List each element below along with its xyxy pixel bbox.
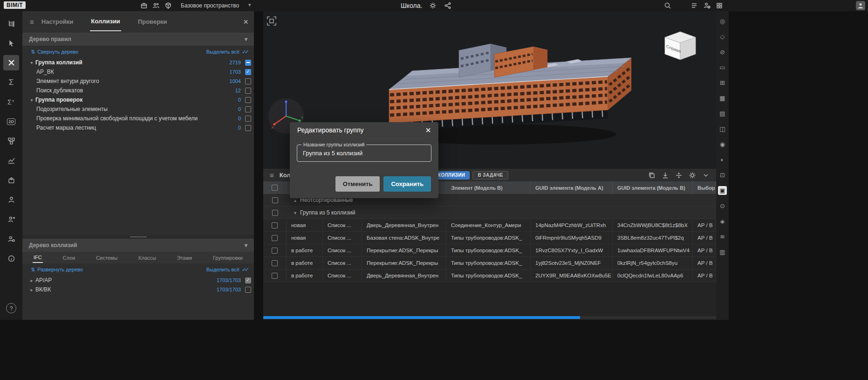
cancel-button[interactable]: Отменить	[335, 176, 380, 192]
sum-add-icon[interactable]: Σ⁺	[3, 94, 19, 110]
select-all-link[interactable]: Выделить всё ✓✓	[206, 48, 249, 55]
spaces-icon[interactable]	[164, 2, 172, 9]
grid-icon[interactable]: ⊞	[718, 78, 727, 87]
account-avatar[interactable]	[856, 1, 865, 10]
tree-item[interactable]: ▸ ВК/ВК 1703/1703	[22, 285, 254, 294]
section-plane-icon[interactable]: ⊘	[718, 48, 727, 56]
checkbox[interactable]	[245, 287, 251, 293]
close-panel-icon[interactable]: ×	[243, 17, 248, 26]
tab-layers[interactable]: Слои	[62, 253, 76, 263]
list-icon[interactable]	[690, 2, 698, 9]
analytics-icon[interactable]	[3, 153, 19, 168]
app-logo[interactable]: BIMiT	[4, 1, 26, 9]
measure-icon[interactable]: ▭	[718, 63, 727, 72]
checkbox[interactable]	[272, 235, 278, 241]
user-share-icon[interactable]	[3, 212, 19, 227]
apps-grid-icon[interactable]	[715, 2, 724, 9]
column-header-guid-a[interactable]: GUID элемента (Модель A)	[531, 181, 613, 194]
horizontal-scrollbar[interactable]	[263, 316, 716, 319]
share-icon[interactable]	[444, 2, 452, 9]
column-header-element-b[interactable]: Элемент (Модель B)	[446, 181, 531, 194]
layers-icon[interactable]: ▥	[718, 248, 727, 256]
help-icon[interactable]: ?	[6, 303, 16, 313]
group-name-input[interactable]	[297, 145, 431, 161]
table-row[interactable]: в работе Список ... Перекрытие:ADSK_Пере…	[263, 257, 716, 269]
info-icon[interactable]	[3, 251, 19, 266]
selection-box-icon[interactable]: ⊡	[718, 171, 727, 180]
table-group-row[interactable]: ▾ Группа из 5 коллизий	[263, 207, 716, 219]
tree-item[interactable]: Подозрительные элементы 0	[22, 104, 254, 114]
structure-view-icon[interactable]: ▦	[718, 94, 727, 103]
table-row[interactable]: в работе Список ... Дверь_Деревянная_Вну…	[263, 269, 716, 282]
rules-tree-header[interactable]: Дерево правил ▾	[22, 33, 254, 46]
tab-ifc[interactable]: IFC	[33, 253, 43, 263]
checkbox[interactable]	[245, 97, 251, 103]
user-settings-icon[interactable]	[3, 231, 19, 247]
duplicate-icon[interactable]	[648, 172, 656, 179]
download-icon[interactable]	[662, 172, 669, 179]
chevron-down-icon[interactable]: ▾	[248, 2, 251, 8]
select-cursor-icon[interactable]	[3, 35, 19, 51]
tree-item[interactable]: Расчет марша лестниц 0	[22, 123, 254, 132]
tab-collisions[interactable]: Коллизии	[90, 12, 121, 31]
select-all-link[interactable]: Выделить всё ✓✓	[206, 266, 249, 273]
checkbox[interactable]	[245, 60, 251, 66]
visibility-off-icon[interactable]: ◐	[718, 155, 727, 164]
scrollbar-thumb[interactable]	[263, 316, 580, 319]
table-row[interactable]: новая Список ... Дверь_Деревянная_Внутре…	[263, 219, 716, 232]
checkbox[interactable]	[245, 277, 251, 283]
caret-expanded-icon[interactable]: ▾	[294, 210, 296, 215]
close-icon[interactable]: ×	[425, 125, 431, 135]
panel-resize-handle[interactable]	[22, 235, 254, 239]
collision-tree-header[interactable]: Дерево коллизий ▾	[22, 239, 254, 252]
tab-settings[interactable]: Настройки	[41, 13, 75, 31]
view-2d-icon[interactable]: 2D	[3, 114, 19, 129]
workspace-selector[interactable]: Базовое пространство	[181, 2, 239, 9]
tree-item[interactable]: Проверка минимальной свободной площади с…	[22, 114, 254, 123]
collisions-icon[interactable]	[3, 55, 19, 70]
panel-menu-icon[interactable]: ≡	[270, 171, 274, 179]
shield-icon[interactable]: ▣	[718, 186, 727, 195]
panel-menu-icon[interactable]: ≡	[30, 18, 34, 26]
tab-classes[interactable]: Классы	[137, 253, 157, 263]
checkbox[interactable]	[272, 248, 278, 254]
collapse-tree-link[interactable]: ⇅ Свернуть дерево	[31, 49, 78, 55]
fit-view-icon[interactable]: ◎	[718, 17, 727, 26]
user-icon[interactable]	[3, 192, 19, 207]
camera-icon[interactable]: ⊙	[718, 201, 727, 210]
column-header-guid-b[interactable]: GUID элемента (Модель B)	[613, 181, 693, 194]
tab-checks[interactable]: Проверки	[137, 13, 168, 31]
save-button[interactable]: Сохранить	[383, 176, 431, 192]
caret-collapsed-icon[interactable]: ▴	[294, 198, 296, 203]
checkbox[interactable]	[245, 106, 251, 112]
toolbox-icon[interactable]	[140, 2, 148, 9]
checkbox[interactable]	[245, 116, 251, 122]
checkbox[interactable]	[245, 125, 251, 131]
tab-groupings[interactable]: Группировки	[212, 253, 244, 263]
tab-floors[interactable]: Этажи	[176, 253, 193, 263]
checkbox[interactable]	[272, 197, 278, 203]
tree-item[interactable]: ▸ АР/АР 1703/1703	[22, 276, 254, 285]
column-header-selection[interactable]: Выбор	[693, 181, 716, 194]
caret-right-icon[interactable]: ▸	[28, 278, 35, 283]
navigation-cube[interactable]: Справа	[659, 27, 701, 64]
chip-in-task[interactable]: В ЗАДАЧЕ	[472, 171, 508, 180]
split-view-icon[interactable]: ◫	[718, 124, 727, 133]
filter-icon[interactable]: ≋	[718, 232, 727, 241]
search-icon[interactable]	[663, 2, 672, 9]
settings-gear-icon[interactable]	[689, 172, 696, 179]
checkbox[interactable]	[245, 69, 251, 75]
rules-tree-icon[interactable]	[3, 16, 19, 31]
sheets-icon[interactable]: ▤	[718, 109, 727, 118]
collapse-chevron-icon[interactable]	[702, 172, 710, 179]
user-history-icon[interactable]	[703, 2, 711, 9]
checkbox[interactable]	[272, 260, 278, 266]
expand-tree-link[interactable]: ⇅ Развернуть дерево	[31, 267, 83, 273]
fit-view-icon[interactable]	[266, 15, 277, 27]
fit-columns-icon[interactable]	[675, 172, 683, 179]
tree-item[interactable]: ▾ Группа коллизий 2719	[22, 58, 254, 67]
checkbox[interactable]	[245, 78, 251, 84]
tree-item[interactable]: ▾ Группа проверок 0	[22, 95, 254, 104]
select-all-checkbox[interactable]	[272, 185, 278, 191]
table-row[interactable]: в работе Список ... Перекрытие:ADSK_Пере…	[263, 244, 716, 257]
